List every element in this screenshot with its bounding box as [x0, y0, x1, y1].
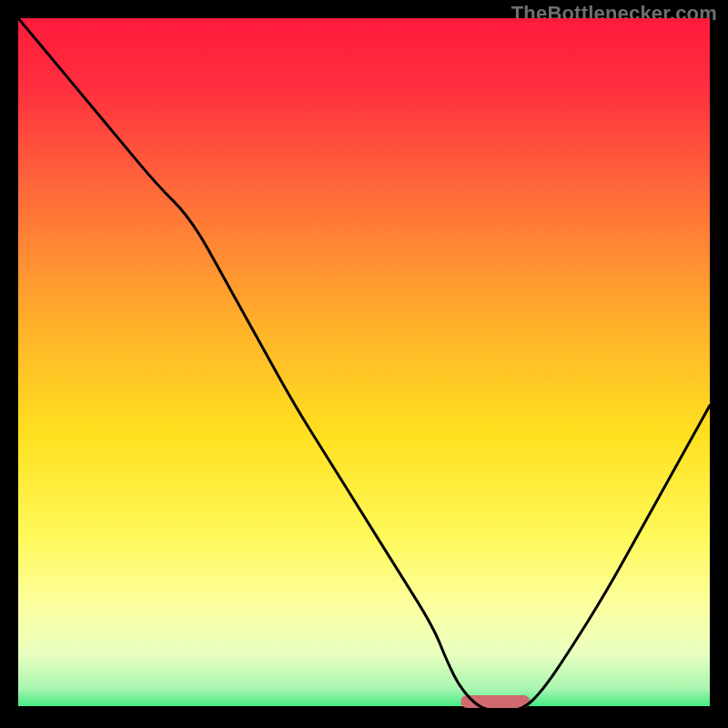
optimum-marker [460, 695, 530, 708]
outer-frame: TheBottlenecker.com [0, 0, 728, 728]
gradient-background [18, 18, 710, 710]
chart-plot-area [18, 18, 710, 710]
baseline [18, 706, 710, 710]
chart-svg [18, 18, 710, 710]
